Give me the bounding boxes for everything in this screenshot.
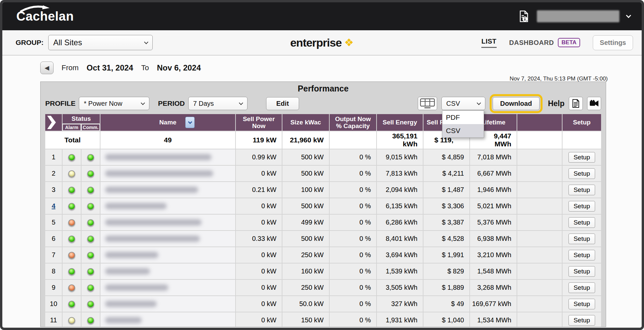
blank-cell	[517, 312, 562, 327]
setup-cell: Setup	[563, 166, 601, 181]
comm-status-cell	[81, 149, 100, 165]
chevron-down-icon	[239, 101, 243, 105]
settings-button[interactable]: Settings	[593, 35, 633, 50]
setup-button[interactable]: Setup	[568, 266, 595, 277]
comm-status-cell	[81, 263, 100, 279]
sell-power-cell: 0 kW	[236, 247, 282, 263]
row-number[interactable]: 11	[45, 312, 62, 327]
site-name-cell[interactable]	[100, 182, 235, 198]
row-number[interactable]: 10	[45, 296, 62, 312]
blank-cell	[517, 182, 562, 198]
setup-button[interactable]: Setup	[568, 201, 595, 212]
sell-revenue-cell: $ 4,211	[423, 166, 469, 181]
cachelan-logo[interactable]: Cachelan	[16, 9, 74, 24]
setup-button[interactable]: Setup	[568, 282, 595, 293]
user-menu-chevron-down-icon[interactable]	[626, 13, 631, 18]
size-cell: 500 kW	[282, 198, 329, 214]
to-date[interactable]: Nov 6, 2024	[157, 63, 201, 73]
site-name-cell[interactable]	[100, 166, 235, 181]
site-name-redacted	[105, 252, 158, 258]
sell-energy-cell: 2,094 kWh	[377, 182, 423, 198]
setup-button[interactable]: Setup	[568, 185, 595, 195]
previous-period-button[interactable]: ◀	[40, 62, 54, 74]
status-column-header: Status	[63, 114, 100, 123]
setup-button[interactable]: Setup	[568, 152, 595, 163]
format-select[interactable]: CSV	[441, 97, 485, 110]
row-number[interactable]: 7	[45, 247, 62, 263]
row-number[interactable]: 4	[45, 198, 62, 214]
setup-button[interactable]: Setup	[568, 217, 595, 228]
site-name-cell[interactable]	[100, 296, 235, 312]
name-sort-button[interactable]	[185, 117, 195, 128]
profile-select[interactable]: * Power Now	[79, 97, 149, 110]
row-number[interactable]: 3	[45, 182, 62, 198]
sell-revenue-cell: $ 4,528	[423, 231, 469, 247]
sell-power-cell: 0 kW	[236, 166, 282, 181]
format-option-csv[interactable]: CSV	[442, 124, 484, 137]
sell-revenue-cell: $ 1,487	[423, 182, 469, 198]
site-name-redacted	[105, 154, 212, 160]
tab-dashboard[interactable]: DASHBOARD	[509, 39, 554, 47]
table-row: 40 kW500 kW0 %6,135 kWh$ 3,3065,021 MWhS…	[45, 198, 601, 214]
row-number-text: 11	[50, 316, 57, 324]
site-name-cell[interactable]	[100, 280, 235, 295]
row-number[interactable]: 9	[45, 280, 62, 295]
setup-button[interactable]: Setup	[568, 250, 595, 260]
edit-button[interactable]: Edit	[266, 97, 299, 110]
beta-badge: BETA	[558, 38, 580, 47]
help-video-button[interactable]	[587, 97, 601, 110]
site-name-redacted	[105, 236, 200, 242]
alarm-status-light-orange	[68, 219, 75, 226]
download-button[interactable]: Download	[493, 97, 540, 110]
setup-button[interactable]: Setup	[568, 315, 595, 326]
user-account-redacted[interactable]	[537, 10, 619, 22]
row-number-link[interactable]: 4	[52, 202, 55, 210]
sell-energy-cell: 6,135 kWh	[377, 198, 423, 214]
site-name-cell[interactable]	[100, 215, 235, 230]
row-number[interactable]: 8	[45, 263, 62, 279]
tab-list[interactable]: LIST	[481, 38, 496, 48]
help-document-button[interactable]	[569, 97, 583, 110]
total-row: Total 49 119 kW 21,960 kW 365,191 kWh $ …	[45, 131, 601, 149]
comm-status-cell	[81, 312, 100, 327]
date-navigation: ◀ From Oct 31, 2024 To Nov 6, 2024	[40, 62, 201, 74]
group-label: GROUP:	[16, 39, 44, 47]
performance-panel: Performance PROFILE * Power Now PERIOD 7…	[40, 82, 606, 327]
row-number[interactable]: 1	[45, 149, 62, 165]
size-cell: 100 kW	[282, 182, 329, 198]
row-number-text: 1	[52, 153, 55, 161]
setup-button[interactable]: Setup	[568, 299, 595, 309]
panel-title: Performance	[41, 84, 606, 93]
expand-column-header[interactable]	[45, 114, 62, 131]
row-number-text: 3	[52, 186, 55, 193]
site-name-cell[interactable]	[100, 247, 235, 263]
site-name-redacted	[105, 203, 167, 209]
format-option-pdf[interactable]: PDF	[442, 111, 484, 124]
setup-button[interactable]: Setup	[568, 234, 595, 244]
size-column-header: Size kWac	[282, 114, 329, 131]
table-row: 110 kW150 kW0 %1,931 kWh$ 1,0401,534 MWh…	[45, 312, 601, 327]
period-select[interactable]: 7 Days	[188, 97, 247, 110]
document-info-icon[interactable]	[519, 10, 530, 23]
setup-cell: Setup	[563, 247, 601, 263]
site-name-cell[interactable]	[100, 263, 235, 279]
setup-button[interactable]: Setup	[568, 168, 595, 179]
site-name-cell[interactable]	[100, 198, 235, 214]
site-name-cell[interactable]	[100, 231, 235, 247]
row-number[interactable]: 2	[45, 166, 62, 181]
from-date[interactable]: Oct 31, 2024	[86, 63, 133, 73]
sell-energy-cell: 8,401 kWh	[377, 231, 423, 247]
site-name-redacted	[105, 170, 213, 177]
site-name-cell[interactable]	[100, 312, 235, 327]
to-label: To	[141, 64, 149, 72]
site-name-cell[interactable]	[100, 149, 235, 165]
sell-power-column-header: Sell Power Now	[236, 114, 282, 131]
row-number[interactable]: 6	[45, 231, 62, 247]
group-select[interactable]: All Sites	[48, 35, 153, 50]
sell-energy-column-header: Sell Energy	[377, 114, 423, 131]
layout-grid-button[interactable]	[418, 97, 437, 110]
sell-power-cell: 0.33 kW	[236, 231, 282, 247]
total-label: Total	[45, 131, 100, 149]
blank-cell	[517, 149, 562, 165]
row-number[interactable]: 5	[45, 215, 62, 230]
